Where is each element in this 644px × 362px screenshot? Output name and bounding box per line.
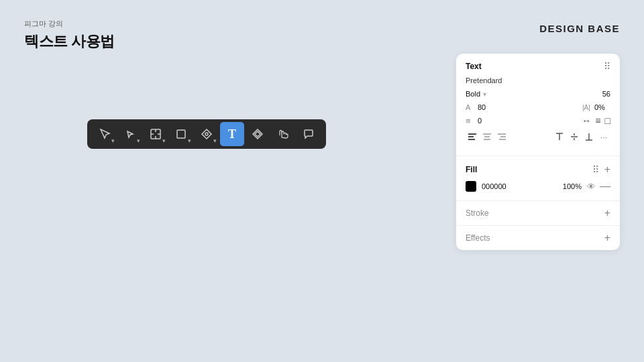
fill-color-swatch[interactable] [466, 181, 476, 192]
para-indent-field: ≡ 0 [466, 116, 579, 126]
align-center-btn[interactable] [480, 130, 494, 143]
text-section: Text ⠿ Pretendard Bold ▾ 56 A 80 |A| [456, 54, 620, 156]
stroke-add-icon[interactable]: + [604, 208, 610, 219]
fill-section: Fill ⠿ + 000000 100% 👁 — [456, 156, 620, 201]
toolbar-move[interactable]: ▾ [118, 122, 142, 146]
fill-hex-value[interactable]: 000000 [482, 182, 556, 190]
para-align-icon[interactable]: ≡ [595, 115, 600, 126]
toolbar-comment[interactable] [297, 122, 321, 146]
valign-top-btn[interactable] [553, 130, 566, 143]
toolbar-hand[interactable] [271, 122, 295, 146]
toolbar: ▾ ▾ ▾ ▾ ▾ T [87, 119, 326, 149]
para-spacing-icon[interactable]: ↔ [582, 115, 591, 126]
stroke-section: Stroke + [456, 201, 620, 226]
text-section-actions: ⠿ [604, 62, 610, 71]
toolbar-component[interactable] [246, 122, 270, 146]
stroke-section-title: Stroke [466, 208, 489, 218]
fill-section-actions: ⠿ + [592, 164, 610, 175]
align-row: ··· [466, 130, 610, 143]
para-indent-value[interactable]: 0 [478, 117, 494, 125]
fill-grid-icon[interactable]: ⠿ [592, 165, 599, 174]
fill-add-icon[interactable]: + [604, 164, 610, 175]
svg-point-6 [205, 133, 208, 135]
effects-section: Effects + [456, 226, 620, 250]
letter-spacing-value[interactable]: 0% [594, 103, 610, 111]
align-right-btn[interactable] [495, 130, 508, 143]
para-row: ≡ 0 ↔ ≡ □ [466, 115, 610, 126]
toolbar-text[interactable]: T [220, 122, 244, 146]
font-name[interactable]: Pretendard [466, 76, 502, 84]
fill-remove-icon[interactable]: — [600, 180, 610, 192]
toolbar-shape[interactable]: ▾ [169, 122, 193, 146]
fill-opacity-value[interactable]: 100% [561, 182, 582, 190]
fill-visibility-icon[interactable]: 👁 [587, 182, 596, 192]
text-section-header: Text ⠿ [466, 62, 610, 71]
line-height-row: A 80 |A| 0% [466, 103, 610, 111]
fill-section-title: Fill [466, 165, 477, 174]
align-left-btn[interactable] [466, 130, 479, 143]
svg-rect-5 [177, 130, 185, 138]
effects-add-icon[interactable]: + [604, 233, 610, 243]
font-size-value[interactable]: 56 [602, 90, 610, 98]
vertical-align-group: ··· [553, 130, 610, 143]
top-left-branding: 피그마 강의 텍스트 사용법 [24, 19, 115, 52]
text-align-group [466, 130, 508, 143]
letter-spacing-icon: |A| [582, 104, 592, 111]
fill-color-row: 000000 100% 👁 — [466, 180, 610, 192]
text-more-icon[interactable]: ⠿ [604, 62, 610, 71]
text-section-title: Text [466, 62, 482, 71]
line-height-field: A 80 [466, 103, 537, 111]
brand-label: DESIGN BASE [539, 23, 620, 34]
subtitle-label: 피그마 강의 [24, 19, 115, 29]
properties-panel: Text ⠿ Pretendard Bold ▾ 56 A 80 |A| [456, 54, 620, 250]
toolbar-pen[interactable]: ▾ [195, 122, 219, 146]
font-style-row: Bold ▾ 56 [466, 90, 610, 98]
toolbar-select[interactable]: ▾ [93, 122, 117, 146]
valign-bot-btn[interactable] [582, 130, 596, 143]
page-title: 텍스트 사용법 [24, 32, 115, 52]
letter-spacing-field: |A| 0% [539, 103, 610, 111]
para-controls: ↔ ≡ □ [582, 115, 610, 126]
para-box-icon[interactable]: □ [605, 115, 610, 126]
line-height-value[interactable]: 80 [478, 103, 494, 111]
para-indent-icon: ≡ [466, 116, 475, 126]
line-height-icon: A [466, 103, 475, 111]
fill-section-header: Fill ⠿ + [466, 164, 610, 175]
valign-mid-btn[interactable] [568, 130, 581, 143]
font-weight-label[interactable]: Bold ▾ [466, 90, 486, 98]
effects-section-title: Effects [466, 233, 490, 243]
fill-icons-group: 👁 — [587, 180, 610, 192]
font-name-row: Pretendard [466, 76, 610, 84]
toolbar-frame[interactable]: ▾ [144, 122, 168, 146]
text-more-options-btn[interactable]: ··· [597, 130, 610, 143]
